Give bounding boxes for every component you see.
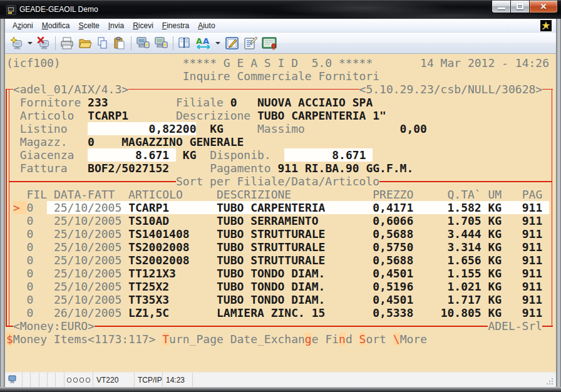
terminal-label: Giacenza	[20, 148, 75, 162]
terminal-row: Sort per Filiale/Data/Articolo	[6, 175, 379, 188]
terminal-field	[481, 201, 488, 214]
terminal-space	[121, 240, 128, 254]
print-button[interactable]	[59, 35, 75, 51]
terminal-value: TS2002008	[128, 240, 190, 254]
menu-item-modifica[interactable]: Modifica	[38, 20, 75, 31]
terminal-value: MAGAZZINO GENERALE	[121, 135, 244, 148]
copy-button[interactable]	[96, 35, 110, 51]
resize-grip[interactable]	[546, 378, 553, 385]
terminal-space	[6, 254, 27, 267]
terminal-label: 25/10/2005	[54, 240, 121, 254]
terminal-space	[413, 306, 440, 319]
terminal-field-value: 0,4171	[373, 201, 413, 214]
terminal-label: DESCRIZIONE	[217, 188, 291, 201]
terminal-space	[6, 162, 20, 175]
terminal-label: 0	[27, 201, 34, 214]
terminal-label: 25/10/2005	[54, 254, 121, 267]
terminal-label: More	[400, 333, 427, 346]
terminal-space	[197, 148, 210, 162]
open-folder-icon	[78, 36, 93, 51]
box-border-right	[552, 89, 553, 327]
menu-item-invia[interactable]: Invia	[104, 20, 128, 31]
terminal-label: 25/10/2005	[54, 280, 121, 293]
terminal-value: 1.155	[447, 267, 481, 280]
terminal-value: LAMIERA ZINC. 15	[217, 306, 325, 319]
status-cell	[48, 373, 56, 387]
svg-text:A: A	[203, 36, 209, 46]
terminal-space	[176, 267, 217, 280]
terminal-hotkey[interactable]: T	[162, 333, 169, 346]
menu-item-scelte[interactable]: Scelte	[74, 20, 103, 31]
terminal-value: 1.705	[447, 214, 481, 227]
terminal-field	[366, 148, 373, 162]
terminal-field-value: 911	[522, 201, 543, 214]
open-button[interactable]	[78, 35, 93, 51]
app-star-icon[interactable]	[540, 20, 552, 31]
menu-item-ricevi[interactable]: Ricevi	[128, 20, 158, 31]
font-settings-dropdown[interactable]	[215, 35, 221, 51]
terminal-row: FIL DATA-FATT ARTICOLO DESCRIZIONE PREZZ…	[6, 188, 542, 201]
terminal-space	[6, 201, 13, 214]
terminal-value: 3.314	[447, 240, 481, 254]
terminal-value: TT121X3	[128, 267, 176, 280]
terminal-space	[33, 240, 54, 254]
terminal-label: Massimo	[257, 122, 305, 135]
send-screen-button[interactable]	[135, 35, 150, 51]
terminal-hotkey[interactable]: >	[13, 201, 27, 214]
terminal-label: 0	[27, 240, 34, 254]
menu-item-azioni[interactable]: Azioni	[8, 20, 38, 31]
terminal-space	[502, 214, 522, 227]
minimize-button[interactable]	[492, 1, 510, 13]
terminal-hotkey[interactable]: $	[6, 333, 13, 346]
status-monitor-icon	[8, 375, 18, 384]
close-session-button[interactable]	[37, 35, 51, 51]
terminal-field	[121, 201, 128, 214]
font-settings-icon: A A	[195, 36, 212, 51]
terminal-space	[6, 83, 13, 96]
terminal-hotkey[interactable]: \	[393, 333, 400, 346]
menu-item-finestra[interactable]: Finestra	[158, 20, 193, 31]
terminal-hotkey[interactable]: n	[339, 333, 346, 346]
terminal-value: 1.717	[447, 293, 481, 306]
close-session-icon	[37, 36, 51, 50]
terminal-space	[169, 214, 217, 227]
close-button[interactable]: ✕	[529, 1, 558, 13]
terminal-value: LZ1,5C	[128, 306, 169, 319]
new-session-button[interactable]	[10, 35, 24, 51]
terminal-space	[305, 122, 400, 135]
terminal-value: KG	[488, 227, 502, 240]
terminal-space	[61, 56, 183, 70]
terminal-space	[325, 306, 373, 319]
record-macro-button[interactable]	[225, 35, 240, 51]
paste-button[interactable]	[113, 35, 126, 51]
terminal-field-value: 8.671	[135, 148, 169, 162]
terminal-space	[6, 227, 27, 240]
terminal-space	[155, 333, 162, 346]
new-session-dropdown[interactable]	[27, 35, 33, 51]
terminal-value: 911 RI.BA.90 GG.F.M.	[278, 162, 414, 175]
terminal-space	[6, 319, 13, 333]
terminal-space	[502, 267, 522, 280]
menu-item-aiuto[interactable]: Aiuto	[193, 20, 219, 31]
terminal-value: 0,6066	[373, 214, 413, 227]
macro-book-button[interactable]	[177, 35, 192, 51]
terminal-row: 0 25/10/2005 TT121X3 TUBO TONDO DIAM. 0,…	[6, 267, 542, 280]
new-session-icon	[10, 36, 24, 50]
terminal-value: TUBO TONDO DIAM.	[217, 267, 325, 280]
certificate-button[interactable]	[261, 35, 277, 51]
terminal-hotkey[interactable]: g	[305, 333, 312, 346]
terminal-label: Magazz.	[20, 135, 68, 148]
maximize-button[interactable]	[510, 1, 529, 13]
terminal-space	[6, 293, 27, 306]
receive-screen-button[interactable]	[153, 35, 168, 51]
terminal-row: Fornitore 233 Filiale 0 NUOVA ACCIAIO SP…	[6, 96, 373, 109]
edit-notes-button[interactable]	[243, 35, 258, 51]
terminal-hotkey[interactable]: S	[359, 333, 366, 346]
terminal-row: 0 25/10/2005 TT35X3 TUBO TONDO DIAM. 0,4…	[6, 293, 542, 306]
terminal-row: Giacenza 8.671 KG Disponib. 8.671	[6, 148, 373, 162]
terminal-space	[413, 240, 447, 254]
font-settings-button[interactable]: A A	[195, 35, 212, 51]
terminal-space	[250, 109, 257, 122]
terminal-screen[interactable]: (icf100) ***** G E A S I D 5.0 ***** 14 …	[5, 54, 556, 372]
terminal-space	[325, 254, 373, 267]
